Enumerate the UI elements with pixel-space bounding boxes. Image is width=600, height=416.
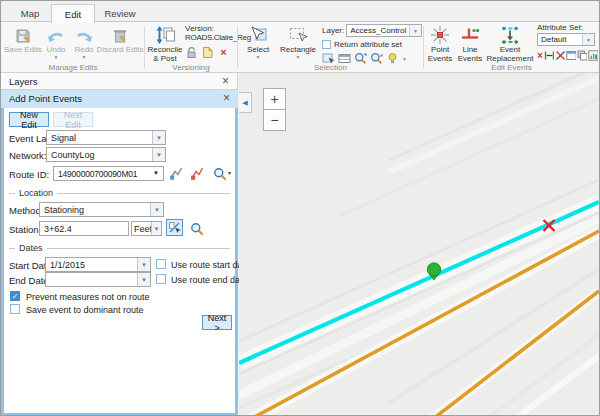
use-route-start-date-checkbox[interactable] [156, 259, 166, 269]
select-cursor-icon [248, 23, 268, 45]
layers-pane-header: Layers × [1, 73, 238, 90]
ribbon: Save Edits Undo ▼ Redo ▼ Discar [1, 22, 599, 73]
zoom-in-button[interactable]: + [263, 88, 286, 110]
location-title: Location [19, 188, 53, 198]
station-input[interactable]: 3+62.4 [39, 221, 129, 236]
route-id-combobox[interactable]: 14900000700090M01 ▼ [53, 166, 164, 181]
reconcile-icon [155, 23, 175, 45]
version-label: Version: [185, 24, 235, 33]
check-icon: ✓ [12, 292, 19, 301]
line-events-icon [460, 23, 480, 45]
measure-event-icon[interactable] [544, 49, 554, 62]
event-layer-arrow-icon[interactable]: ▼ [152, 131, 165, 144]
tab-map[interactable]: Map [13, 4, 47, 22]
discard-edits-button[interactable]: Discard Edits [97, 23, 143, 63]
method-arrow-icon[interactable]: ▼ [150, 203, 163, 216]
event-replacement-icon [499, 23, 521, 45]
ribbon-tab-bar: Map Edit Review [1, 1, 599, 22]
map-view[interactable]: ◀ + − [239, 73, 599, 416]
select-dropdown-icon[interactable]: ▼ [256, 55, 261, 60]
undo-button[interactable]: Undo ▼ [43, 23, 69, 63]
save-icon [14, 23, 32, 45]
event-table-icon[interactable] [566, 49, 576, 62]
next-button[interactable]: Next > [202, 315, 232, 330]
add-point-events-close-icon[interactable]: × [223, 91, 230, 106]
event-chart-icon[interactable] [588, 49, 598, 62]
start-date-arrow-icon[interactable]: ▼ [137, 258, 150, 271]
reconcile-post-button[interactable]: Reconcile& Post [147, 23, 183, 63]
zoom-out-button[interactable]: − [263, 109, 286, 131]
selection-more-dropdown-icon[interactable]: ▼ [402, 57, 407, 62]
redo-dropdown-icon[interactable]: ▼ [82, 55, 87, 60]
layers-close-icon[interactable]: × [222, 74, 229, 89]
save-dominant-route-checkbox[interactable] [10, 304, 20, 314]
start-date-picker[interactable]: 1/1/2015 ▼ [45, 257, 151, 272]
group-selection: Select ▼ Rectangle ▼ Layer: Access_Contr… [239, 22, 422, 72]
app-window: Map Edit Review Save Edits Undo ▼ [0, 0, 600, 416]
layers-pane-title: Layers [9, 76, 38, 87]
undo-icon [46, 23, 66, 45]
copy-events-icon[interactable] [577, 49, 587, 62]
attribute-set-label: Attribute Set: [537, 23, 597, 32]
use-route-end-date-label: Use route end date [171, 275, 248, 285]
layer-combobox-arrow-icon[interactable]: ▼ [409, 25, 421, 36]
undo-dropdown-icon[interactable]: ▼ [54, 55, 59, 60]
dates-title: Dates [19, 243, 43, 253]
select-button[interactable]: Select ▼ [241, 23, 275, 63]
point-events-icon [430, 23, 450, 45]
delete-event-icon[interactable]: × [537, 49, 543, 62]
station-unit-combobox[interactable]: Feet ▼ [131, 221, 162, 236]
new-edit-button[interactable]: New Edit [9, 112, 49, 127]
tab-edit[interactable]: Edit [51, 4, 95, 23]
unlock-icon[interactable] [185, 46, 198, 59]
rectangle-dropdown-icon[interactable]: ▼ [296, 55, 301, 60]
map-zoom-control: + − [263, 88, 286, 131]
use-route-end-date-checkbox[interactable] [156, 274, 166, 284]
attribute-set-arrow-icon[interactable]: ▼ [582, 34, 594, 45]
end-date-picker[interactable]: ▼ [45, 272, 151, 287]
event-replacement-button[interactable]: EventReplacement [486, 23, 534, 63]
group-versioning: Reconcile& Post Version: ROADS.Claire_Re… [146, 22, 236, 72]
flash-route-icon[interactable] [189, 165, 206, 182]
new-version-icon[interactable] [201, 46, 214, 59]
redo-button[interactable]: Redo ▼ [71, 23, 97, 63]
save-edits-button[interactable]: Save Edits [5, 23, 41, 63]
zoom-to-route-icon[interactable] [211, 165, 228, 182]
station-label: Station: [9, 224, 41, 235]
method-combobox[interactable]: Stationing ▼ [39, 202, 164, 217]
route-id-arrow-icon[interactable]: ▼ [153, 170, 159, 176]
delete-version-icon[interactable]: × [217, 46, 230, 59]
add-point-events-header: Add Point Events × [1, 90, 238, 108]
split-event-icon[interactable] [555, 49, 565, 62]
attribute-set-combobox[interactable]: Default ▼ [537, 33, 595, 46]
prevent-measures-label: Prevent measures not on route [26, 292, 150, 302]
return-attribute-set-checkbox[interactable] [322, 40, 331, 49]
next-edit-button[interactable]: Next Edit [53, 112, 93, 127]
zoom-to-station-icon[interactable] [188, 220, 205, 237]
rectangle-select-icon [288, 23, 308, 45]
station-unit-arrow-icon[interactable]: ▼ [151, 222, 161, 235]
collapse-pane-icon[interactable]: ◀ [239, 92, 252, 113]
add-point-events-title: Add Point Events [9, 93, 82, 104]
location-separator: Location [9, 188, 230, 198]
pick-station-on-map-button[interactable] [166, 219, 183, 236]
point-events-button[interactable]: PointEvents [426, 23, 454, 63]
group-manage-edits: Save Edits Undo ▼ Redo ▼ Discar [3, 22, 143, 72]
network-arrow-icon[interactable]: ▼ [152, 148, 165, 161]
select-route-icon[interactable] [168, 165, 185, 182]
map-canvas [239, 73, 599, 416]
zoom-route-dropdown-icon[interactable]: ▾ [228, 169, 231, 176]
prevent-measures-checkbox[interactable]: ✓ [10, 291, 20, 301]
network-combobox[interactable]: CountyLog ▼ [46, 147, 166, 162]
end-date-arrow-icon[interactable]: ▼ [137, 273, 150, 286]
event-layer-combobox[interactable]: Signal ▼ [46, 130, 166, 145]
line-events-button[interactable]: LineEvents [456, 23, 484, 63]
trash-icon [111, 23, 129, 45]
network-label: Network: [9, 150, 46, 161]
add-point-events-pane: New Edit Next Edit Event Layer: Signal ▼… [1, 108, 238, 416]
layer-combobox[interactable]: Access_Control ▼ [346, 24, 422, 37]
tab-review[interactable]: Review [99, 4, 141, 22]
save-dominant-route-label: Save event to dominant route [26, 305, 144, 315]
route-id-label: Route ID: [9, 169, 49, 180]
rectangle-select-button[interactable]: Rectangle ▼ [277, 23, 319, 63]
